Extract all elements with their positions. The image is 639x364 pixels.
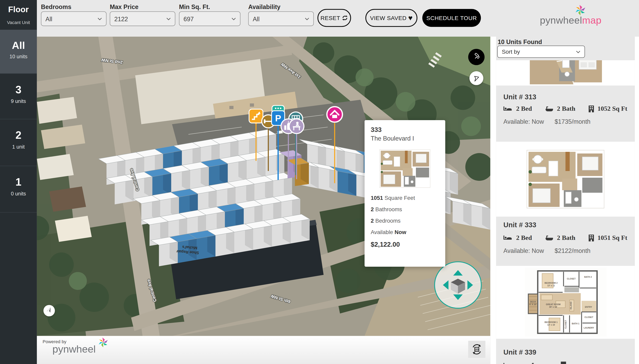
svg-text:2D: 2D xyxy=(475,348,478,351)
panel-scrollbar[interactable] xyxy=(635,37,639,364)
svg-text:13' x 10: 13' x 10 xyxy=(547,324,555,326)
leasing-desk-marker-pin[interactable] xyxy=(289,119,304,134)
floor-title: Floor xyxy=(0,5,37,14)
floor-tile-1[interactable]: 1 0 units xyxy=(0,166,37,213)
floor-header: Floor Vacant Unit xyxy=(0,0,37,25)
svg-text:BEDROOM 2: BEDROOM 2 xyxy=(545,282,558,284)
rotate-view-control[interactable] xyxy=(434,262,482,309)
pan-up-arrow[interactable] xyxy=(453,270,463,276)
min-sqft-select[interactable]: 697 xyxy=(179,12,240,26)
min-sqft-value: 697 xyxy=(184,15,194,22)
navigation-arrow-icon xyxy=(472,74,480,82)
bath-count: 2 Bath xyxy=(557,105,575,112)
availability-label: Availability xyxy=(248,3,280,10)
unit-339-thumbnail[interactable]: BEDROOM 2 13' x 11 CLOSET BATH 2 DECK 6'… xyxy=(496,266,635,339)
max-price-select[interactable]: 2122 xyxy=(110,12,175,26)
floor-tile-3[interactable]: 3 9 units xyxy=(0,74,37,119)
unit-333-thumbnail[interactable] xyxy=(496,142,635,217)
heart-icon: ♥ xyxy=(408,14,413,22)
min-sqft-label: Min Sq. Ft. xyxy=(179,3,210,10)
2d-rotate-icon: 2D xyxy=(471,344,482,355)
floor-tile-label: 3 xyxy=(0,74,37,96)
popup-price: $2,122.00 xyxy=(371,241,439,248)
svg-text:CLOSET: CLOSET xyxy=(567,278,576,280)
unit-availability-row: Available: Now $1735/month xyxy=(503,118,590,125)
floor-tile-count: 0 units xyxy=(0,191,37,196)
compass-needle-button[interactable] xyxy=(44,305,55,316)
floor-tile-label: All xyxy=(0,30,37,51)
chevron-down-icon xyxy=(97,17,102,20)
stairs-marker-pin[interactable] xyxy=(249,109,263,125)
unit-name: Unit # 313 xyxy=(503,93,536,102)
bed-icon xyxy=(503,106,512,112)
schedule-tour-button[interactable]: SCHEDULE TOUR xyxy=(422,9,481,27)
compass-needle-icon xyxy=(45,306,54,315)
floor-subtitle: Vacant Unit xyxy=(0,20,37,25)
floorplan-image: BEDROOM 2 13' x 11 CLOSET BATH 2 DECK 6'… xyxy=(525,268,607,337)
availability-value: All xyxy=(253,15,259,22)
pynwheel-map-app: Bedrooms All Max Price 2122 Min Sq. Ft. … xyxy=(0,0,639,364)
unit-name: Unit # 339 xyxy=(503,348,536,357)
refresh-icon xyxy=(342,14,348,21)
unit-specs-row xyxy=(503,362,566,364)
popup-floorplan-image xyxy=(377,147,433,190)
max-price-value: 2122 xyxy=(114,15,128,22)
svg-text:30' x 14': 30' x 14' xyxy=(549,306,557,308)
building-icon xyxy=(561,362,566,364)
svg-text:CLOSET: CLOSET xyxy=(564,320,567,329)
results-panel: 10 Units Found Sort by xyxy=(496,37,635,364)
sort-by-select[interactable]: Sort by xyxy=(497,46,585,58)
bed-icon xyxy=(503,235,512,240)
pynwheel-map-logo: pynwheelmap xyxy=(540,6,605,31)
floor-sidebar: Floor Vacant Unit All 10 units 3 9 units… xyxy=(0,0,37,364)
price: $1735/month xyxy=(555,118,590,125)
chevron-down-icon xyxy=(166,17,171,20)
unit-popup-card[interactable]: 333 The Boulevard I 1051 Square Feet 2 B… xyxy=(365,120,445,267)
bath-icon xyxy=(545,234,553,241)
availability: Available: Now xyxy=(503,118,544,125)
svg-text:6' X 10': 6' X 10' xyxy=(529,303,537,306)
pynwheel-wordmark: pynwheel xyxy=(53,343,96,355)
view-saved-button[interactable]: VIEW SAVED ♥ xyxy=(365,9,418,27)
style-toggle-button[interactable] xyxy=(468,49,485,65)
view-saved-label: VIEW SAVED xyxy=(370,14,407,21)
chevron-down-icon xyxy=(576,50,580,53)
unit-313-thumbnail[interactable] xyxy=(496,60,635,86)
svg-text:13' x 11: 13' x 11 xyxy=(547,284,555,287)
bath-count: 2 Bath xyxy=(557,234,575,242)
svg-text:LAUNDRY: LAUNDRY xyxy=(584,326,594,329)
max-price-label: Max Price xyxy=(110,3,139,10)
pinwheel-star-icon xyxy=(98,338,108,348)
bed-count: 2 Bed xyxy=(516,234,532,242)
pan-left-arrow[interactable] xyxy=(443,280,449,290)
svg-text:ISLAND: ISLAND xyxy=(570,302,572,310)
bath-icon xyxy=(531,362,539,364)
building-icon xyxy=(588,105,594,112)
pan-right-arrow[interactable] xyxy=(467,280,473,290)
logo-text-pynwheel: pynwheel xyxy=(540,14,582,26)
unit-name: Unit # 333 xyxy=(503,221,536,229)
popup-unit-number: 333 xyxy=(371,126,439,134)
powered-by-pynwheel: Powered by pynwheel xyxy=(43,339,96,355)
floor-tile-2[interactable]: 2 1 unit xyxy=(0,119,37,166)
sqft-value: 1051 Sq Ft xyxy=(597,234,627,242)
cube-icon xyxy=(451,279,465,294)
unit-specs-row: 2 Bed 2 Bath 1052 Sq Ft xyxy=(503,105,627,112)
bedrooms-select[interactable]: All xyxy=(41,12,106,26)
floor-tile-count: 1 unit xyxy=(0,144,37,150)
reset-button[interactable]: RESET xyxy=(317,9,351,27)
availability-select[interactable]: All xyxy=(248,12,314,26)
bed-icon xyxy=(503,362,512,364)
units-found-count: 10 Units Found xyxy=(498,38,542,45)
logo-text-map: map xyxy=(582,14,601,26)
floor-tile-count: 9 units xyxy=(0,98,37,104)
sort-by-value: Sort by xyxy=(502,48,520,55)
floor-tile-all[interactable]: All 10 units xyxy=(0,30,37,74)
pan-down-arrow[interactable] xyxy=(453,294,463,300)
map-footer-bar: Powered by pynwheel xyxy=(37,336,490,364)
locate-button[interactable] xyxy=(469,71,483,85)
2d-3d-toggle-button[interactable]: 2D xyxy=(468,341,485,358)
unit-specs-row: 2 Bed 2 Bath 1051 Sq Ft xyxy=(503,234,627,242)
home-marker-pin[interactable] xyxy=(327,107,343,122)
reset-label: RESET xyxy=(321,14,340,21)
